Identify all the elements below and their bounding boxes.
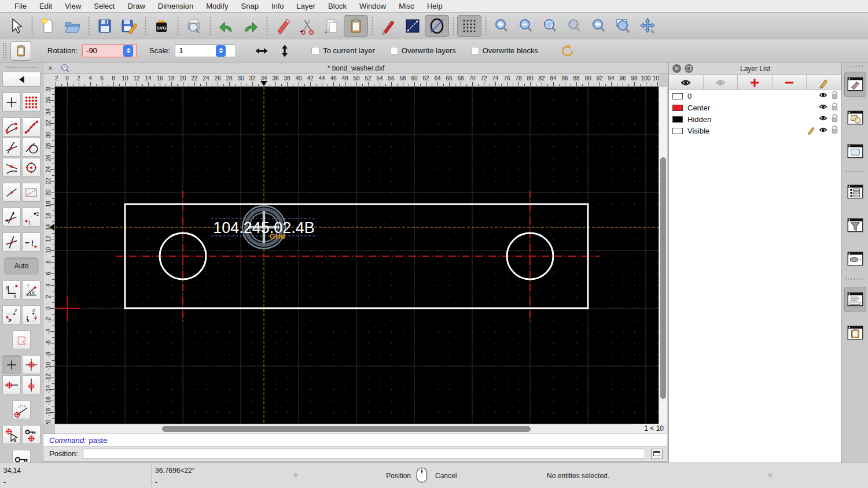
zoom-auto-button[interactable] (538, 15, 562, 37)
snap-distance-button[interactable]: 12 (22, 208, 41, 227)
corner-second-button[interactable]: 12 (22, 305, 41, 324)
scale-input[interactable] (175, 46, 216, 55)
horizontal-scrollbar-thumb[interactable] (162, 426, 531, 432)
rotation-input[interactable] (83, 46, 123, 55)
dock-property-editor-toggle[interactable] (844, 72, 866, 97)
layer-row-0[interactable]: 0 (669, 90, 841, 102)
ellipse-tool-button[interactable] (425, 15, 449, 37)
flip-vertical-button[interactable] (273, 41, 296, 61)
menu-modify[interactable]: Modify (200, 0, 234, 13)
snap-intersection-manual-button[interactable] (2, 208, 21, 227)
scale-stepper[interactable] (216, 45, 226, 57)
layer-visibility-toggle[interactable] (818, 90, 830, 102)
detach-command-widget-button[interactable] (651, 449, 663, 459)
zoom-previous-button[interactable] (587, 15, 611, 37)
close-panel-icon[interactable]: ✕ (672, 64, 681, 73)
menu-file[interactable]: File (8, 0, 33, 13)
checkbox-overwrite-blocks[interactable]: Overwrite blocks (471, 46, 538, 55)
export-svg-button[interactable]: SVG (149, 15, 174, 37)
snap-endpoint-button[interactable] (2, 117, 21, 136)
snap-on-entity-button[interactable] (22, 117, 41, 136)
layer-lock-toggle[interactable] (830, 90, 841, 102)
toolbar-drag-handle[interactable] (847, 65, 864, 68)
zoom-pan-button[interactable] (635, 15, 660, 37)
cut-button[interactable]: + (295, 15, 319, 37)
save-as-button[interactable] (117, 15, 141, 37)
new-file-button[interactable] (36, 15, 60, 37)
move-rel-zero-button[interactable] (2, 425, 21, 444)
drawing-canvas[interactable]: 104.245.02.4B Grid (55, 87, 659, 424)
menu-window[interactable]: Window (353, 0, 392, 13)
snap-center-button[interactable] (22, 158, 41, 177)
command-history[interactable]: Command: paste (43, 434, 667, 446)
draw-pen-button[interactable] (376, 15, 400, 37)
checkbox-box[interactable] (471, 47, 479, 55)
menu-help[interactable]: Help (421, 0, 449, 13)
snap-middle-button[interactable] (2, 183, 21, 202)
drawing-text-entity[interactable]: 104.245.02.4B (213, 219, 315, 236)
dock-command-line-toggle[interactable] (844, 287, 866, 312)
restrict-angle-button[interactable] (12, 400, 31, 419)
snap-grid-button[interactable] (22, 93, 41, 112)
dock-library-browser-toggle[interactable] (844, 139, 866, 164)
layer-lock-toggle[interactable] (830, 125, 841, 136)
zoom-window-button[interactable] (611, 15, 635, 37)
paste-button[interactable] (344, 15, 368, 37)
undo-button[interactable] (214, 15, 238, 37)
layer-color-swatch[interactable] (672, 116, 683, 123)
line-tool-button[interactable] (400, 15, 425, 37)
copy-button[interactable]: + (319, 15, 344, 37)
layer-color-swatch[interactable] (672, 105, 683, 111)
layer-row-visible[interactable]: Visible (669, 125, 841, 136)
detach-panel-icon[interactable]: ❐ (685, 64, 693, 73)
dock-command-options-toggle[interactable] (844, 246, 866, 272)
snap-intersection-auto-button[interactable] (2, 138, 21, 157)
zoom-in-button[interactable] (490, 15, 514, 37)
open-file-button[interactable] (60, 15, 84, 37)
menu-info[interactable]: Info (265, 0, 290, 13)
menu-select[interactable]: Select (87, 0, 121, 13)
corner-first-button[interactable]: 12 (2, 305, 21, 324)
menu-draw[interactable]: Draw (121, 0, 151, 13)
redo-button[interactable] (238, 15, 263, 37)
checkbox-overwrite-layers[interactable]: Overwrite layers (390, 46, 456, 55)
layer-pencil-button[interactable] (807, 75, 841, 90)
layer-row-center[interactable]: Center (669, 102, 841, 113)
vertical-scrollbar-thumb[interactable] (660, 157, 666, 399)
layer-lock-toggle[interactable] (830, 102, 841, 113)
select-arrow-button[interactable] (3, 15, 28, 37)
back-button[interactable] (2, 72, 41, 87)
dock-layer-list-toggle[interactable] (844, 179, 866, 205)
menu-block[interactable]: Block (322, 0, 353, 13)
zoom-selection-button[interactable] (562, 15, 587, 37)
rotate-ccw-button[interactable] (556, 41, 579, 61)
set-rel-zero-button[interactable] (22, 355, 41, 374)
delete-button[interactable] (271, 15, 295, 37)
auto-snap-button[interactable]: Auto (4, 257, 39, 275)
cad-drawing-svg[interactable]: 104.245.02.4B Grid (55, 87, 659, 424)
vertical-scrollbar[interactable] (659, 87, 667, 424)
layer-row-hidden[interactable]: Hidden (669, 113, 841, 125)
layer-eye-button[interactable] (669, 75, 704, 90)
checkbox-to-current-layer[interactable]: To current layer (311, 46, 375, 55)
restrict-nothing-button[interactable]: ! (22, 232, 41, 252)
layer-color-swatch[interactable] (672, 128, 683, 134)
grid-toggle-button[interactable] (457, 15, 481, 37)
layer-visibility-toggle[interactable] (818, 113, 830, 125)
menu-edit[interactable]: Edit (33, 0, 58, 13)
zoom-out-button[interactable] (514, 15, 538, 37)
restrict-vertical-button[interactable] (22, 375, 41, 394)
menu-dimension[interactable]: Dimension (152, 0, 200, 13)
menu-view[interactable]: View (58, 0, 87, 13)
horizontal-scrollbar[interactable] (55, 424, 659, 434)
coord-cartesian-button[interactable]: yx (2, 280, 21, 300)
rel-zero-button[interactable] (2, 355, 21, 374)
layer-visibility-toggle[interactable] (818, 125, 830, 136)
snap-nearest-button[interactable] (2, 158, 21, 177)
dock-clipboard-toggle[interactable] (844, 320, 866, 346)
menu-snap[interactable]: Snap (235, 0, 265, 13)
checkbox-box[interactable] (390, 47, 398, 55)
command-line-input[interactable] (83, 449, 645, 459)
snap-reference-button[interactable] (22, 183, 41, 202)
layer-plus-red-button[interactable] (738, 75, 773, 90)
